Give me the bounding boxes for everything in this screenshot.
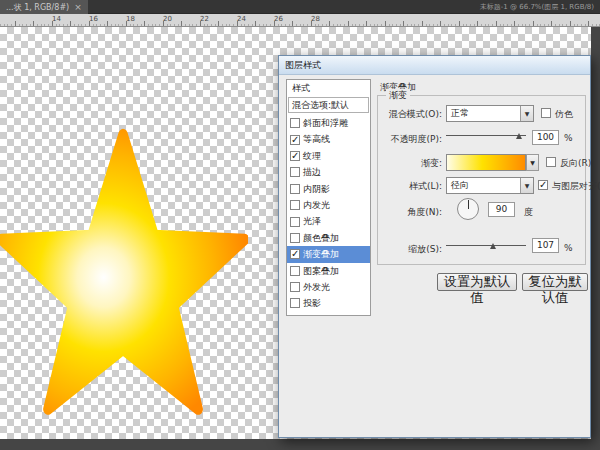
ruler-number: 24 [237,15,246,23]
ruler-number: 16 [89,15,98,23]
style-item-checkbox[interactable] [290,298,300,308]
style-item[interactable]: 内阴影 [287,181,370,197]
align-label: 与图层对齐(I) [552,180,600,193]
ruler-number: 14 [52,15,61,23]
dialog-titlebar[interactable]: 图层样式 [279,56,590,75]
style-item-label: 内阴影 [303,181,330,197]
horizontal-ruler: 1416182022242628 [0,14,600,27]
reverse-checkbox[interactable] [546,157,556,167]
ruler-number: 26 [274,15,283,23]
scale-unit: % [564,243,573,253]
dither-label: 仿色 [555,108,573,121]
reverse-label: 反向(R) [560,157,591,170]
blending-options-item[interactable]: 混合选项:默认 [288,97,369,113]
gradient-groupbox: 渐变 混合模式(O): 正常 ▼ 仿色 不透明度(P): 100 % 渐变: ▼… [377,95,586,265]
style-item-checkbox[interactable] [290,266,300,276]
styles-list-header[interactable]: 样式 [287,80,370,97]
scale-slider[interactable] [446,241,526,251]
angle-unit: 度 [524,206,533,219]
style-item-checkbox[interactable] [290,118,300,128]
style-value: 径向 [451,178,469,193]
opacity-unit: % [564,133,573,143]
style-item-label: 渐变叠加 [303,246,339,262]
angle-dial[interactable] [457,198,479,220]
style-item-label: 内发光 [303,197,330,213]
style-item[interactable]: 斜面和浮雕 [287,115,370,131]
reset-default-button[interactable]: 复位为默认值 [522,273,588,291]
style-item[interactable]: ✓渐变叠加 [287,246,370,262]
style-select[interactable]: 径向 ▼ [446,177,534,194]
style-item-checkbox[interactable]: ✓ [290,249,300,259]
style-item-checkbox[interactable] [290,217,300,227]
ruler-number: 28 [311,15,320,23]
blend-mode-select[interactable]: 正常 ▼ [446,105,534,122]
style-item-label: 纹理 [303,148,321,164]
document-tab-inactive[interactable]: 未标题-1 @ 66.7%(图层 1, RGB/8) [476,0,598,14]
ruler-number: 20 [163,15,172,23]
style-item-checkbox[interactable] [290,167,300,177]
styles-list: 样式 混合选项:默认 斜面和浮雕✓等高线✓纹理描边内阴影内发光光泽颜色叠加✓渐变… [286,79,371,316]
style-item-checkbox[interactable] [290,282,300,292]
opacity-slider-track [446,135,526,136]
chevron-down-icon: ▼ [520,106,533,121]
style-item-label: 外发光 [303,279,330,295]
layer-style-dialog: 图层样式 样式 混合选项:默认 斜面和浮雕✓等高线✓纹理描边内阴影内发光光泽颜色… [278,55,591,438]
style-item[interactable]: 颜色叠加 [287,230,370,246]
chevron-down-icon: ▼ [520,178,533,193]
blend-mode-label: 混合模式(O): [378,108,442,121]
angle-value[interactable]: 90 [488,202,515,217]
set-default-button[interactable]: 设置为默认值 [437,273,517,291]
gradient-label: 渐变: [378,157,442,170]
dialog-body: 样式 混合选项:默认 斜面和浮雕✓等高线✓纹理描边内阴影内发光光泽颜色叠加✓渐变… [279,75,590,437]
dialog-title-label: 图层样式 [285,60,321,70]
style-item-label: 描边 [303,164,321,180]
style-item-label: 颜色叠加 [303,230,339,246]
bottom-status-bar [0,439,600,450]
style-item-label: 图案叠加 [303,263,339,279]
style-item[interactable]: 图案叠加 [287,263,370,279]
style-item[interactable]: 外发光 [287,279,370,295]
style-item-checkbox[interactable]: ✓ [290,151,300,161]
star-shape [0,112,248,427]
document-tab-active[interactable]: ...状 1, RGB/8#)× [0,0,88,14]
style-item[interactable]: ✓等高线 [287,131,370,147]
angle-dial-needle [468,200,470,209]
opacity-slider[interactable] [446,131,526,141]
document-tab-bar: ...状 1, RGB/8#)× 未标题-1 @ 66.7%(图层 1, RGB… [0,0,600,14]
dither-checkbox[interactable] [541,108,551,118]
style-item-checkbox[interactable]: ✓ [290,135,300,145]
style-item-checkbox[interactable] [290,233,300,243]
style-item-checkbox[interactable] [290,184,300,194]
style-item-checkbox[interactable] [290,200,300,210]
style-item[interactable]: 光泽 [287,213,370,229]
tab-close-icon[interactable]: × [74,2,82,12]
style-item[interactable]: 投影 [287,295,370,311]
style-item-label: 等高线 [303,131,330,147]
opacity-value[interactable]: 100 [532,130,559,145]
style-item-label: 投影 [303,295,321,311]
blend-mode-value: 正常 [451,106,469,121]
ruler-number: 22 [200,15,209,23]
gradient-picker-arrow-icon[interactable]: ▼ [526,154,539,171]
scale-slider-thumb[interactable] [490,243,496,249]
style-label: 样式(L): [378,180,442,193]
right-panel-edge [591,27,600,439]
scale-slider-track [446,245,526,246]
styles-list-items: 斜面和浮雕✓等高线✓纹理描边内阴影内发光光泽颜色叠加✓渐变叠加图案叠加外发光投影 [287,115,370,312]
document-tab-label: ...状 1, RGB/8#) [6,3,69,12]
scale-value[interactable]: 107 [532,238,559,253]
scale-label: 缩放(S): [378,243,442,256]
align-checkbox[interactable]: ✓ [538,180,548,190]
opacity-slider-thumb[interactable] [516,133,522,139]
angle-label: 角度(N): [378,206,442,219]
ruler-number: 18 [126,15,135,23]
gradient-swatch[interactable] [446,154,526,171]
style-item[interactable]: 内发光 [287,197,370,213]
group-legend: 渐变 [386,89,410,102]
style-item[interactable]: 描边 [287,164,370,180]
style-item-label: 光泽 [303,213,321,229]
style-item[interactable]: ✓纹理 [287,148,370,164]
opacity-label: 不透明度(P): [378,133,442,146]
style-item-label: 斜面和浮雕 [303,115,348,131]
